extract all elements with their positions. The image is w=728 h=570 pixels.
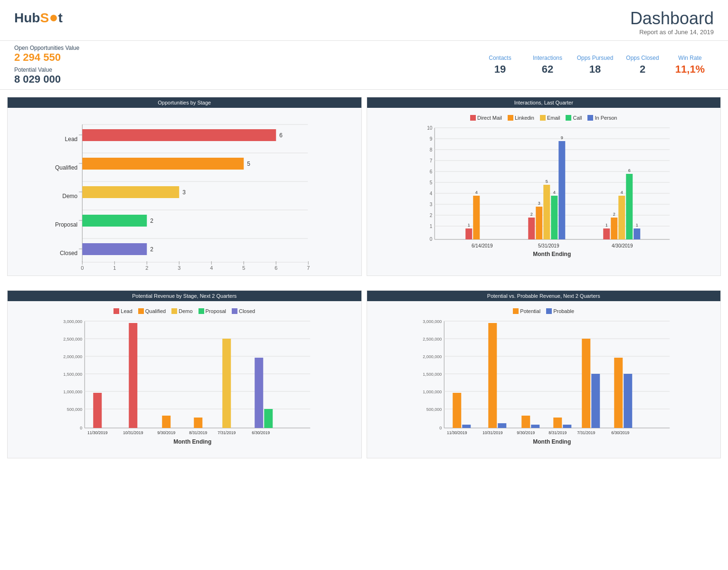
potential-rev-chart: 3,000,000 2,500,000 2,000,000 1,500,000 … — [15, 316, 354, 449]
pvp-y-3m: 3,000,000 — [423, 319, 442, 324]
bar-5-31-email — [543, 185, 550, 239]
pr-x-axis-label: Month Ending — [173, 438, 211, 445]
val-4-30-call: 6 — [628, 168, 630, 173]
pvp-11-30-prob — [462, 425, 471, 428]
dashboard-title: Dashboard Report as of June 14, 2019 — [630, 9, 714, 36]
bar-4-30-email — [618, 196, 625, 239]
pr-y-15m: 1,500,000 — [63, 372, 82, 377]
pvp-x-6: 6/30/2019 — [611, 430, 629, 435]
y-label-2: 2 — [429, 213, 432, 218]
x-label-3: 3 — [178, 265, 180, 271]
val-5-31-dm2: 2 — [530, 212, 532, 217]
opps-by-stage-panel: Opportunities by Stage Lead Qualified De… — [7, 97, 362, 276]
val-4-30-dm: 1 — [605, 223, 607, 228]
potential-label: Potential Value — [14, 66, 189, 73]
pvp-x-5: 7/31/2019 — [577, 430, 595, 435]
bar-closed — [82, 243, 147, 255]
y-label-3: 3 — [429, 202, 432, 207]
pvp-x-axis-label: Month Ending — [533, 438, 571, 445]
val-4-30-li: 2 — [613, 212, 615, 217]
y-label-10: 10 — [427, 125, 433, 131]
pvp-x-2: 10/31/2019 — [482, 430, 502, 435]
pr-y-3m: 3,000,000 — [63, 319, 82, 324]
legend-pr-closed-label: Closed — [239, 308, 255, 314]
pr-x-4: 8/31/2019 — [189, 430, 207, 435]
val-5-31-ip: 9 — [560, 135, 563, 140]
x-label-7: 7 — [307, 265, 310, 271]
val-6-14-li: 4 — [475, 190, 477, 195]
legend-pr-proposal-label: Proposal — [206, 308, 226, 314]
val-4-30-email: 4 — [620, 190, 623, 195]
bar-demo — [82, 186, 179, 198]
legend-pr-qualified-label: Qualified — [145, 308, 166, 314]
legend-pr-demo: Demo — [171, 308, 192, 314]
bar-11-30-lead — [93, 393, 102, 428]
metric-columns: Contacts 19 Interactions 62 Opps Pursued… — [189, 55, 714, 76]
x-month-3: 4/30/2019 — [612, 243, 633, 248]
bar-6-30-closed — [255, 358, 263, 428]
bar-5-31-call — [551, 196, 558, 239]
pvp-9-30-pot — [521, 416, 530, 428]
pvp-6-30-prob — [624, 374, 632, 428]
val-demo: 3 — [182, 189, 186, 196]
pvp-6-30-pot — [614, 358, 623, 428]
val-qualified: 5 — [247, 161, 250, 167]
legend-call-box — [566, 115, 571, 121]
legend-pvp-potential-box — [513, 308, 519, 314]
pr-x-3: 9/30/2019 — [157, 430, 175, 435]
y-label-5: 5 — [429, 180, 432, 185]
bar-6-14-li — [473, 196, 480, 239]
potential-rev-title: Potential Revenue by Stage, Next 2 Quart… — [8, 291, 361, 301]
val-closed: 2 — [150, 246, 153, 253]
pvp-8-31-prob — [563, 425, 571, 428]
val-4-30-ip: 1 — [635, 223, 638, 228]
label-demo: Demo — [62, 193, 77, 200]
open-opps-value: 2 294 550 — [14, 51, 189, 64]
legend-pvp-potential-label: Potential — [520, 308, 540, 314]
bar-4-30-dm — [603, 228, 610, 239]
legend-direct-mail-label: Direct Mail — [477, 115, 502, 121]
legend-pr-lead-label: Lead — [121, 308, 132, 314]
contacts-metric: Contacts 19 — [476, 55, 524, 76]
y-label-1: 1 — [429, 224, 432, 229]
legend-pvp-probable-label: Probable — [553, 308, 574, 314]
label-closed: Closed — [60, 250, 77, 256]
legend-pr-qualified-box — [138, 308, 144, 314]
pr-y-0: 0 — [80, 426, 82, 430]
y-label-8: 8 — [429, 147, 432, 152]
win-rate-value: 11,1% — [666, 63, 714, 76]
pr-y-25m: 2,500,000 — [63, 337, 82, 342]
val-6-14-dm: 1 — [467, 223, 470, 228]
pr-y-1m: 1,000,000 — [63, 390, 82, 394]
header: HubS●t Dashboard Report as of June 14, 2… — [0, 0, 728, 40]
legend-pvp-probable: Probable — [546, 308, 574, 314]
x-label-2: 2 — [145, 265, 148, 271]
x-month-1: 6/14/2019 — [472, 243, 493, 248]
potential-rev-body: Lead Qualified Demo Proposal Closed — [8, 301, 361, 458]
val-5-31-email: 5 — [545, 179, 548, 184]
win-rate-label: Win Rate — [666, 55, 714, 61]
open-opps-metric: Open Opportunities Value 2 294 550 Poten… — [14, 45, 189, 86]
pvp-y-15m: 1,500,000 — [423, 372, 442, 377]
x-month-2: 5/31/2019 — [538, 243, 559, 248]
y-label-4: 4 — [429, 191, 432, 196]
bar-4-30-li — [611, 218, 617, 239]
opps-by-stage-body: Lead Qualified Demo Proposal Closed — [8, 108, 361, 276]
pvp-x-3: 9/30/2019 — [517, 430, 535, 435]
legend-in-person: In Person — [587, 115, 617, 121]
interactions-x-axis-label: Month Ending — [533, 251, 571, 257]
bar-5-31-li — [536, 207, 542, 239]
bar-4-30-call — [626, 174, 633, 239]
legend-pr-proposal-box — [199, 308, 204, 314]
pvp-chart: 3,000,000 2,500,000 2,000,000 1,500,000 … — [374, 316, 714, 449]
bottom-charts-row: Potential Revenue by Stage, Next 2 Quart… — [0, 283, 728, 466]
interactions-legend: Direct Mail Linkedin Email Call In Perso… — [374, 115, 714, 121]
interactions-value: 62 — [524, 63, 571, 76]
pr-x-6: 6/30/2019 — [252, 430, 270, 435]
legend-email-label: Email — [547, 115, 560, 121]
y-label-0: 0 — [429, 237, 432, 242]
legend-call-label: Call — [573, 115, 582, 121]
pvp-legend: Potential Probable — [374, 308, 714, 314]
logo-text: HubS●t — [14, 9, 63, 26]
x-label-4: 4 — [210, 265, 213, 271]
